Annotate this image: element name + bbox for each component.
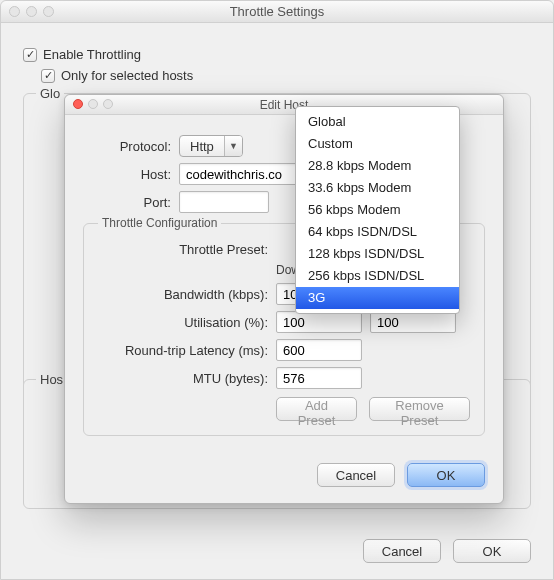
remove-preset-button[interactable]: Remove Preset: [369, 397, 470, 421]
bandwidth-label: Bandwidth (kbps):: [98, 287, 268, 302]
preset-menu-item[interactable]: 64 kbps ISDN/DSL: [296, 221, 459, 243]
ok-button[interactable]: OK: [453, 539, 531, 563]
utilisation-download-input[interactable]: [276, 311, 362, 333]
only-hosts-row: ✓ Only for selected hosts: [41, 68, 531, 83]
zoom-icon: [103, 99, 113, 109]
preset-button-row: Add Preset Remove Preset: [276, 397, 470, 421]
enable-throttling-label: Enable Throttling: [43, 47, 141, 62]
preset-menu-item[interactable]: Custom: [296, 133, 459, 155]
preset-menu-item[interactable]: 3G: [296, 287, 459, 309]
minimize-icon[interactable]: [26, 6, 37, 17]
sheet-button-row: Cancel OK: [317, 463, 485, 487]
sheet-ok-button[interactable]: OK: [407, 463, 485, 487]
mtu-input[interactable]: [276, 367, 362, 389]
utilisation-row: Utilisation (%):: [98, 311, 470, 333]
preset-label: Throttle Preset:: [98, 242, 268, 257]
enable-throttling-row: ✓ Enable Throttling: [23, 47, 531, 62]
preset-menu-item[interactable]: 256 kbps ISDN/DSL: [296, 265, 459, 287]
traffic-lights: [9, 6, 54, 17]
host-label: Host:: [83, 167, 171, 182]
zoom-icon[interactable]: [43, 6, 54, 17]
window-titlebar: Throttle Settings: [1, 1, 553, 23]
latency-label: Round-trip Latency (ms):: [98, 343, 268, 358]
close-icon[interactable]: [73, 99, 83, 109]
sheet-cancel-button[interactable]: Cancel: [317, 463, 395, 487]
minimize-icon: [88, 99, 98, 109]
port-input[interactable]: [179, 191, 269, 213]
utilisation-label: Utilisation (%):: [98, 315, 268, 330]
global-group-label: Glo: [36, 86, 64, 101]
protocol-label: Protocol:: [83, 139, 171, 154]
throttle-preset-menu[interactable]: GlobalCustom28.8 kbps Modem33.6 kbps Mod…: [295, 106, 460, 314]
add-preset-button[interactable]: Add Preset: [276, 397, 357, 421]
sheet-traffic-lights: [73, 99, 113, 109]
cancel-button[interactable]: Cancel: [363, 539, 441, 563]
close-icon[interactable]: [9, 6, 20, 17]
preset-menu-item[interactable]: 56 kbps Modem: [296, 199, 459, 221]
latency-input[interactable]: [276, 339, 362, 361]
preset-menu-item[interactable]: 28.8 kbps Modem: [296, 155, 459, 177]
mtu-label: MTU (bytes):: [98, 371, 268, 386]
preset-menu-item[interactable]: 33.6 kbps Modem: [296, 177, 459, 199]
only-hosts-label: Only for selected hosts: [61, 68, 193, 83]
protocol-value: Http: [180, 136, 224, 156]
only-hosts-checkbox[interactable]: ✓: [41, 69, 55, 83]
enable-throttling-checkbox[interactable]: ✓: [23, 48, 37, 62]
config-title: Throttle Configuration: [98, 216, 221, 230]
window-button-row: Cancel OK: [363, 539, 531, 563]
utilisation-upload-input[interactable]: [370, 311, 456, 333]
preset-menu-item[interactable]: Global: [296, 111, 459, 133]
preset-menu-item[interactable]: 128 kbps ISDN/DSL: [296, 243, 459, 265]
mtu-row: MTU (bytes):: [98, 367, 470, 389]
chevron-down-icon: ▼: [224, 136, 242, 156]
hosts-group-label: Hos: [36, 372, 67, 387]
window-title: Throttle Settings: [230, 4, 325, 19]
protocol-select[interactable]: Http ▼: [179, 135, 243, 157]
port-label: Port:: [83, 195, 171, 210]
latency-row: Round-trip Latency (ms):: [98, 339, 470, 361]
